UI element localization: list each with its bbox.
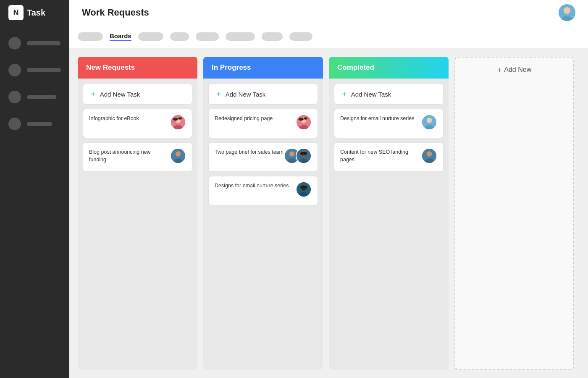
task-card[interactable]: Content for new SEO landing pages <box>334 142 444 172</box>
svg-point-15 <box>304 117 307 119</box>
logo-icon: N <box>8 5 24 20</box>
sidebar-line <box>27 122 52 126</box>
column-in-progress: In Progress + Add New Task Redesigned pr… <box>203 57 323 370</box>
tab-pill-1[interactable] <box>78 32 103 41</box>
task-avatar <box>170 148 186 164</box>
task-avatars <box>170 148 186 164</box>
board-area: New Requests + Add New Task Infographic … <box>69 48 588 378</box>
task-avatar <box>170 114 186 130</box>
sidebar-dot <box>8 91 21 103</box>
task-avatar <box>421 114 437 130</box>
user-avatar[interactable] <box>559 4 575 21</box>
add-new-column[interactable]: + Add New <box>454 57 574 370</box>
plus-icon: + <box>342 90 347 98</box>
column-header-completed: Completed <box>329 57 449 79</box>
add-task-button-new-requests[interactable]: + Add New Task <box>83 84 192 105</box>
task-card[interactable]: Two page brief for sales team <box>208 142 318 172</box>
tab-boards[interactable]: Boards <box>110 32 131 41</box>
task-card[interactable]: Redesigned pricing page <box>208 109 318 138</box>
task-avatar <box>296 114 312 130</box>
svg-point-30 <box>427 118 432 123</box>
tab-pill-3[interactable] <box>170 32 189 41</box>
add-task-button-in-progress[interactable]: + Add New Task <box>208 84 318 105</box>
svg-point-14 <box>298 118 304 121</box>
logo[interactable]: N Task <box>0 0 69 25</box>
plus-icon: + <box>216 90 221 98</box>
sidebar-line <box>27 68 61 72</box>
tab-pill-4[interactable] <box>196 32 219 41</box>
tab-pill-6[interactable] <box>262 32 283 41</box>
tab-pill-2[interactable] <box>138 32 163 41</box>
svg-point-6 <box>173 118 178 121</box>
sidebar-dot <box>8 37 21 50</box>
sidebar: N Task <box>0 0 69 378</box>
task-avatars <box>421 148 437 164</box>
sidebar-line <box>27 95 56 99</box>
sidebar-dot <box>8 64 21 76</box>
sidebar-nav <box>0 25 69 142</box>
sidebar-item-4[interactable] <box>0 114 69 134</box>
page-title: Work Requests <box>82 7 149 18</box>
plus-icon: + <box>91 90 96 98</box>
column-new-requests: New Requests + Add New Task Infographic … <box>78 57 197 370</box>
tabs-bar: Boards <box>69 25 588 48</box>
task-avatars <box>296 181 312 197</box>
task-avatars <box>170 114 186 130</box>
sidebar-line <box>27 41 60 45</box>
task-card[interactable]: Blog post announcing new funding <box>83 142 192 172</box>
svg-point-7 <box>178 117 182 119</box>
svg-point-23 <box>302 154 306 156</box>
task-avatar <box>421 148 437 164</box>
header: Work Requests <box>69 0 588 25</box>
svg-point-28 <box>302 188 306 191</box>
add-task-button-completed[interactable]: + Add New Task <box>334 84 444 105</box>
sidebar-dot <box>8 118 21 130</box>
svg-point-9 <box>176 151 181 157</box>
column-body-completed: + Add New Task Designs for email nurture… <box>329 79 449 370</box>
column-body-new-requests: + Add New Task Infographic for eBook <box>78 79 197 370</box>
sidebar-item-1[interactable] <box>0 34 69 53</box>
task-card[interactable]: Designs for email nurture series <box>208 176 318 205</box>
add-new-plus-icon: + <box>497 66 502 75</box>
column-header-in-progress: In Progress <box>203 57 323 79</box>
sidebar-item-2[interactable] <box>0 60 69 80</box>
task-avatar <box>296 148 312 164</box>
svg-point-33 <box>427 151 432 157</box>
logo-text: Task <box>27 8 45 18</box>
svg-point-17 <box>289 151 295 157</box>
main-content: Work Requests Boards New Requests <box>69 0 588 378</box>
tab-pill-5[interactable] <box>226 32 255 41</box>
task-avatar <box>296 181 312 197</box>
task-avatars <box>296 114 312 130</box>
task-avatars <box>284 148 312 164</box>
sidebar-item-3[interactable] <box>0 87 69 107</box>
column-completed: Completed + Add New Task Designs for ema… <box>329 57 449 370</box>
task-card[interactable]: Designs for email nurture series <box>334 109 444 138</box>
task-card[interactable]: Infographic for eBook <box>83 109 192 138</box>
tab-pill-7[interactable] <box>289 32 312 41</box>
column-header-new-requests: New Requests <box>78 57 197 79</box>
svg-point-1 <box>564 7 570 14</box>
task-avatars <box>421 114 437 130</box>
column-body-in-progress: + Add New Task Redesigned pricing page <box>203 79 323 370</box>
